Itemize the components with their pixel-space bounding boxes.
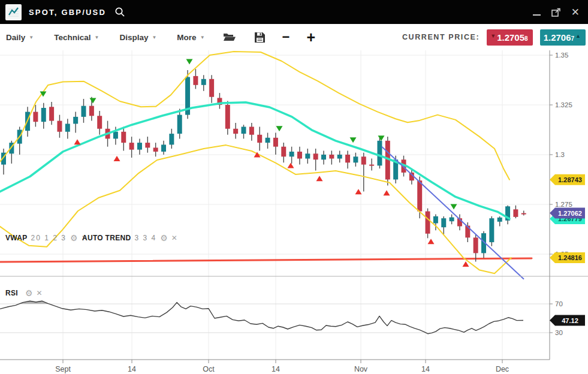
- svg-text:14: 14: [421, 365, 430, 373]
- auto-trend-indicator-label: AUTO TREND: [82, 234, 131, 242]
- rsi-settings-gear-icon[interactable]: ⚙: [25, 289, 33, 297]
- svg-text:1.3: 1.3: [555, 151, 565, 158]
- menu-more[interactable]: More ▼: [177, 33, 204, 42]
- menu-display-label: Display: [119, 33, 148, 42]
- svg-text:1.24816: 1.24816: [558, 254, 582, 261]
- svg-text:Sept: Sept: [55, 365, 71, 373]
- chevron-down-icon: ▼: [152, 35, 156, 40]
- svg-text:47.12: 47.12: [562, 317, 578, 324]
- auto-trend-indicator-params: 3 3 4: [134, 234, 156, 242]
- indicator-vwap: VWAP 20 1 2 3 ⚙ ✕: [5, 234, 88, 242]
- svg-text:1.28743: 1.28743: [558, 176, 582, 183]
- current-price-label: CURRENT PRICE:: [402, 33, 480, 41]
- svg-text:14: 14: [128, 365, 136, 373]
- search-icon[interactable]: [114, 7, 125, 17]
- svg-text:1.325: 1.325: [555, 101, 572, 108]
- ask-price-badge[interactable]: 1.2706 7 ▲: [540, 29, 586, 46]
- chevron-down-icon: ▼: [200, 35, 205, 40]
- bid-price-badge[interactable]: ▼ 1.2705 8: [487, 29, 532, 46]
- menu-more-label: More: [177, 33, 196, 42]
- svg-text:1.27062: 1.27062: [558, 210, 582, 217]
- svg-text:14: 14: [272, 365, 280, 373]
- menu-display[interactable]: Display ▼: [119, 33, 156, 42]
- open-folder-icon[interactable]: [223, 32, 236, 43]
- ask-price-pip: 7: [571, 35, 575, 42]
- window-title: SPOT, GBP/USD: [29, 8, 106, 17]
- auto-trend-remove-icon[interactable]: ✕: [171, 234, 177, 242]
- ask-price-value: 1.2706: [544, 32, 571, 43]
- auto-trend-settings-gear-icon[interactable]: ⚙: [160, 234, 168, 242]
- vwap-indicator-label: VWAP: [5, 234, 28, 242]
- svg-text:1.35: 1.35: [555, 52, 568, 59]
- svg-text:70: 70: [555, 300, 563, 307]
- vwap-indicator-params: 20 1 2 3: [31, 234, 67, 242]
- svg-text:Dec: Dec: [496, 365, 509, 373]
- menu-daily[interactable]: Daily ▼: [6, 33, 34, 42]
- zoom-in-icon[interactable]: +: [306, 30, 315, 45]
- svg-text:Nov: Nov: [354, 365, 368, 373]
- minimize-icon[interactable]: [533, 14, 541, 16]
- rsi-indicator-label: RSI: [5, 289, 18, 297]
- vwap-settings-gear-icon[interactable]: ⚙: [70, 234, 78, 242]
- chart-area: 1.351.3251.31.2751.257030Sept14Oct14Nov1…: [0, 50, 588, 374]
- rsi-remove-icon[interactable]: ✕: [36, 289, 42, 297]
- window-controls: ✕: [533, 7, 580, 17]
- bid-price-pip: 8: [524, 35, 528, 42]
- svg-text:1.275: 1.275: [555, 201, 572, 208]
- chevron-down-icon: ▼: [94, 35, 99, 40]
- app-logo-icon: [5, 4, 22, 20]
- price-up-arrow-icon: ▲: [575, 32, 581, 41]
- chevron-down-icon: ▼: [29, 35, 34, 40]
- svg-text:Oct: Oct: [203, 365, 215, 373]
- current-price-cluster: CURRENT PRICE: ▼ 1.2705 8 1.2706 7 ▲: [402, 29, 586, 46]
- bid-price-value: 1.2705: [497, 32, 524, 43]
- menu-technical[interactable]: Technical ▼: [54, 33, 99, 42]
- price-chart-canvas[interactable]: 1.351.3251.31.2751.257030Sept14Oct14Nov1…: [0, 50, 588, 374]
- title-bar: SPOT, GBP/USD ✕: [0, 0, 588, 24]
- popout-window-icon[interactable]: [551, 7, 561, 17]
- indicator-rsi: RSI ⚙ ✕: [5, 289, 43, 297]
- menu-technical-label: Technical: [54, 33, 91, 42]
- indicator-auto-trend: AUTO TREND 3 3 4 ⚙ ✕: [82, 234, 177, 242]
- close-icon[interactable]: ✕: [571, 7, 580, 17]
- price-down-arrow-icon: ▼: [490, 32, 496, 41]
- zoom-out-icon[interactable]: −: [282, 31, 290, 44]
- save-icon[interactable]: [254, 32, 266, 43]
- svg-text:30: 30: [555, 329, 563, 336]
- toolbar: Daily ▼ Technical ▼ Display ▼ More ▼ − +…: [0, 24, 588, 50]
- menu-daily-label: Daily: [6, 33, 25, 42]
